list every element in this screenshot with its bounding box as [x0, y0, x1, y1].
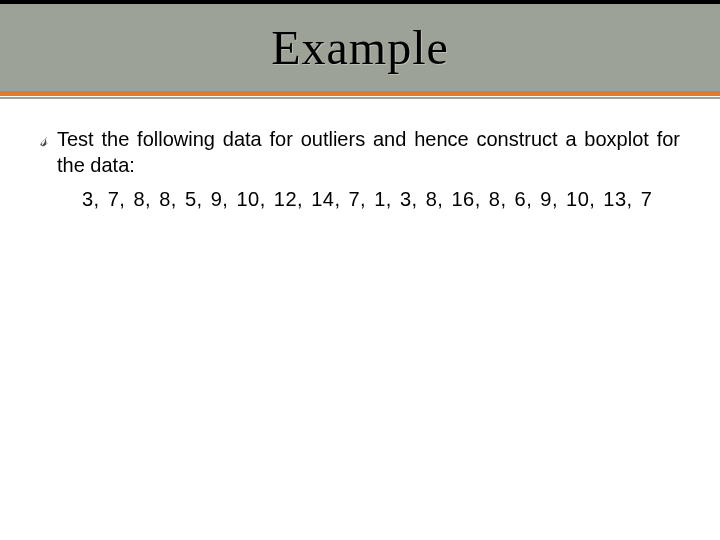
bullet-icon: 𝓈	[40, 126, 47, 152]
slide-title: Example	[271, 20, 449, 75]
data-list: 3, 7, 8, 8, 5, 9, 10, 12, 14, 7, 1, 3, 8…	[82, 186, 680, 212]
bullet-item: 𝓈 Test the following data for outliers a…	[40, 126, 680, 178]
bullet-text: Test the following data for outliers and…	[57, 126, 680, 178]
title-bar: Example	[0, 0, 720, 96]
slide-content: 𝓈 Test the following data for outliers a…	[0, 96, 720, 232]
